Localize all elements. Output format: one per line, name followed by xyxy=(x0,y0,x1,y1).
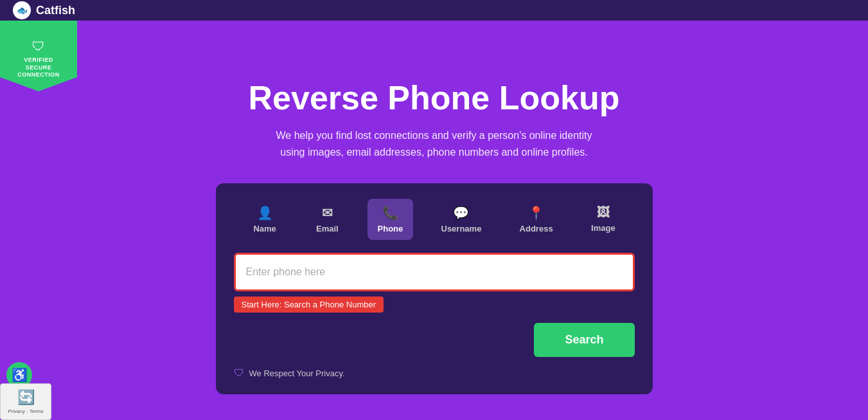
tab-address-label: Address xyxy=(520,224,553,233)
email-icon: ✉ xyxy=(322,205,333,221)
logo-icon: 🐟 xyxy=(13,1,31,19)
search-row: Search xyxy=(234,323,635,357)
privacy-shield-icon: 🛡 xyxy=(234,367,244,379)
address-icon: 📍 xyxy=(528,205,544,221)
recaptcha-box: 🔄 Privacy - Terms xyxy=(0,383,51,420)
tab-address[interactable]: 📍 Address xyxy=(509,199,563,240)
tab-email-label: Email xyxy=(316,224,339,233)
terms-link[interactable]: Terms xyxy=(30,408,44,414)
tab-username[interactable]: 💬 Username xyxy=(431,199,492,240)
recaptcha-links: Privacy - Terms xyxy=(6,408,46,414)
tab-image-label: Image xyxy=(591,223,616,233)
main-content: 🛡 VERIFIED SECURE CONNECTION Reverse Pho… xyxy=(0,21,868,420)
name-icon: 👤 xyxy=(257,205,273,221)
tab-name[interactable]: 👤 Name xyxy=(242,199,287,240)
username-icon: 💬 xyxy=(453,205,469,221)
tab-phone[interactable]: 📞 Phone xyxy=(368,199,414,240)
search-button[interactable]: Search xyxy=(534,323,634,357)
navbar: 🐟 Catfish xyxy=(0,0,868,21)
recaptcha-logo: 🔄 xyxy=(6,389,46,406)
tab-email[interactable]: ✉ Email xyxy=(305,199,350,240)
secure-badge: 🛡 VERIFIED SECURE CONNECTION xyxy=(0,21,77,91)
tab-phone-label: Phone xyxy=(378,224,403,233)
page-subtitle: We help you find lost connections and ve… xyxy=(267,127,601,160)
tab-username-label: Username xyxy=(441,224,482,233)
input-wrapper xyxy=(234,253,635,291)
phone-input[interactable] xyxy=(234,253,635,291)
image-icon: 🖼 xyxy=(597,205,610,220)
shield-icon: 🛡 xyxy=(32,39,45,54)
tab-image[interactable]: 🖼 Image xyxy=(581,199,626,240)
privacy-note: 🛡 We Respect Your Privacy. xyxy=(234,367,635,379)
navbar-logo: 🐟 Catfish xyxy=(13,1,75,19)
brand-name: Catfish xyxy=(36,4,75,17)
page-title: Reverse Phone Lookup xyxy=(249,78,620,117)
privacy-link[interactable]: Privacy xyxy=(8,408,25,414)
secure-badge-text: VERIFIED SECURE CONNECTION xyxy=(17,57,60,79)
tabs-container: 👤 Name ✉ Email 📞 Phone 💬 Username 📍 Addr… xyxy=(234,199,635,240)
privacy-text: We Respect Your Privacy. xyxy=(249,369,345,378)
phone-icon: 📞 xyxy=(382,205,398,221)
error-message: Start Here: Search a Phone Number xyxy=(234,297,384,313)
tab-name-label: Name xyxy=(253,224,276,233)
search-card: 👤 Name ✉ Email 📞 Phone 💬 Username 📍 Addr… xyxy=(216,183,653,394)
